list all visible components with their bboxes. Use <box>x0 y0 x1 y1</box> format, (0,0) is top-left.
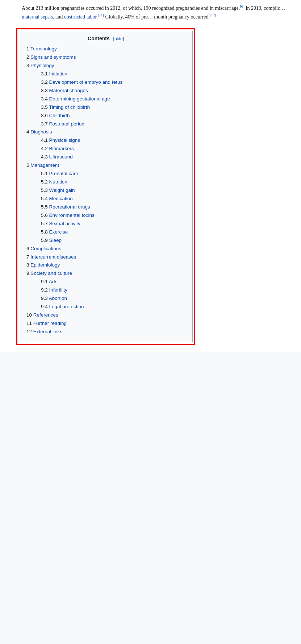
ref-12[interactable]: [12] <box>210 13 216 17</box>
toc-number: 2 <box>26 54 30 60</box>
toc-link-7[interactable]: 7 Intercurrent diseases <box>26 254 76 260</box>
toc-link-9-4[interactable]: 9.4 Legal protection <box>41 304 84 309</box>
toc-number: 5.7 <box>41 221 49 226</box>
toc-item: 10 References <box>26 311 185 319</box>
toc-number: 5.1 <box>41 171 49 176</box>
toc-label: Medication <box>49 196 73 201</box>
toc-item: 5.9 Sleep <box>26 236 185 245</box>
toc-link-3-4[interactable]: 3.4 Determining gestational age <box>41 96 110 102</box>
toc-link-4-3[interactable]: 4.3 Ultrasound <box>41 154 73 160</box>
toc-link-5-8[interactable]: 5.8 Exercise <box>41 229 68 235</box>
toc-number: 5.2 <box>41 179 49 185</box>
toc-item: 11 Further reading <box>26 319 185 328</box>
toc-number: 4.2 <box>41 146 49 151</box>
toc-item: 4.3 Ultrasound <box>26 153 185 161</box>
toc-link-8[interactable]: 8 Epidemiology <box>26 262 60 268</box>
toc-label: Legal protection <box>49 304 84 309</box>
toc-number: 12 <box>26 329 33 334</box>
toc-link-5[interactable]: 5 Management <box>26 162 59 168</box>
toc-number: 5.4 <box>41 196 49 201</box>
toc-link-12[interactable]: 12 External links <box>26 329 62 334</box>
toc-label: Physiology <box>30 63 54 68</box>
toc-item: 3.5 Timing of childbirth <box>26 103 185 112</box>
toc-item: 3 Physiology <box>26 62 185 70</box>
toc-item: 1 Terminology <box>26 45 185 53</box>
toc-item: 9.1 Arts <box>26 278 185 286</box>
toc-label: Nutrition <box>49 179 67 185</box>
toc-number: 5.6 <box>41 212 49 218</box>
toc-number: 3.3 <box>41 88 49 93</box>
toc-link-5-3[interactable]: 5.3 Weight gain <box>41 187 75 193</box>
toc-item: 5.5 Recreational drugs <box>26 203 185 211</box>
toc-label: Sexual activity <box>49 221 80 226</box>
toc-link-1[interactable]: 1 Terminology <box>26 46 57 51</box>
toc-link-3-7[interactable]: 3.7 Postnatal period <box>41 121 84 127</box>
toc-number: 9.3 <box>41 296 49 301</box>
toc-link-10[interactable]: 10 References <box>26 312 58 318</box>
toc-link-5-4[interactable]: 5.4 Medication <box>41 196 73 201</box>
toc-number: 7 <box>26 254 30 260</box>
toc-link-4-2[interactable]: 4.2 Biomarkers <box>41 146 74 151</box>
toc-label: Diagnosis <box>30 129 52 135</box>
toc-label: Development of embryo and fetus <box>49 79 123 85</box>
toc-item: 4 Diagnosis <box>26 128 185 136</box>
toc-hide-button[interactable]: [hide] <box>113 36 124 41</box>
ref-6[interactable]: [6] <box>240 4 244 8</box>
toc-number: 3.5 <box>41 104 49 110</box>
toc-number: 9 <box>26 271 30 276</box>
toc-link-3-1[interactable]: 3.1 Initiation <box>41 71 67 77</box>
toc-number: 5.3 <box>41 187 49 193</box>
toc-label: Exercise <box>49 229 68 235</box>
toc-label: Arts <box>49 279 58 284</box>
toc-label: Recreational drugs <box>49 204 90 210</box>
toc-number: 3.7 <box>41 121 49 127</box>
toc-label: Timing of childbirth <box>49 104 90 110</box>
toc-link-3-5[interactable]: 3.5 Timing of childbirth <box>41 104 90 110</box>
toc-link-5-6[interactable]: 5.6 Environmental toxins <box>41 212 95 218</box>
toc-item: 4.2 Biomarkers <box>26 145 185 153</box>
toc-link-3-2[interactable]: 3.2 Development of embryo and fetus <box>41 79 122 85</box>
toc-number: 11 <box>26 321 33 326</box>
toc-item: 5.2 Nutrition <box>26 178 185 186</box>
toc-label: Signs and symptoms <box>30 54 76 60</box>
toc-number: 3.1 <box>41 71 49 77</box>
toc-link-11[interactable]: 11 Further reading <box>26 321 67 326</box>
toc-label: Ultrasound <box>49 154 73 160</box>
toc-link-9-3[interactable]: 9.3 Abortion <box>41 296 67 301</box>
toc-label: Intercurrent diseases <box>30 254 76 260</box>
toc-number: 1 <box>26 46 30 51</box>
toc-link-9-2[interactable]: 9.2 Infertility <box>41 287 67 293</box>
toc-item: 5 Management <box>26 161 185 170</box>
toc-title-text: Contents <box>88 36 110 41</box>
toc-link-2[interactable]: 2 Signs and symptoms <box>26 54 76 60</box>
table-of-contents: Contents [hide] 1 Terminology2 Signs and… <box>19 31 193 342</box>
toc-number: 4 <box>26 129 30 135</box>
toc-link-5-9[interactable]: 5.9 Sleep <box>41 238 62 243</box>
toc-link-4[interactable]: 4 Diagnosis <box>26 129 52 135</box>
toc-number: 5.9 <box>41 238 49 243</box>
toc-link-6[interactable]: 6 Complications <box>26 246 61 251</box>
toc-item: 3.4 Determining gestational age <box>26 95 185 103</box>
ref-11[interactable]: [11] <box>98 13 104 17</box>
toc-link-3-3[interactable]: 3.3 Maternal changes <box>41 88 88 93</box>
toc-label: Sleep <box>49 238 62 243</box>
toc-link-3[interactable]: 3 Physiology <box>26 63 54 68</box>
toc-link-9-1[interactable]: 9.1 Arts <box>41 279 58 284</box>
toc-link-5-2[interactable]: 5.2 Nutrition <box>41 179 67 185</box>
toc-item: 5.4 Medication <box>26 195 185 203</box>
maternal-sepsis-link[interactable]: maternal sepsis <box>22 14 53 20</box>
toc-link-5-1[interactable]: 5.1 Prenatal care <box>41 171 78 176</box>
toc-number: 10 <box>26 312 33 318</box>
toc-item: 7 Intercurrent diseases <box>26 253 185 261</box>
toc-number: 6 <box>26 246 30 251</box>
toc-item: 2 Signs and symptoms <box>26 53 185 62</box>
toc-link-5-5[interactable]: 5.5 Recreational drugs <box>41 204 90 210</box>
toc-link-3-6[interactable]: 3.6 Childbirth <box>41 113 70 118</box>
obstructed-labor-link[interactable]: obstructed labor <box>64 14 97 20</box>
toc-link-5-7[interactable]: 5.7 Sexual activity <box>41 221 80 226</box>
toc-red-border: Contents [hide] 1 Terminology2 Signs and… <box>16 28 195 345</box>
toc-number: 3.6 <box>41 113 49 118</box>
toc-link-9[interactable]: 9 Society and culture <box>26 271 72 276</box>
toc-label: Maternal changes <box>49 88 88 93</box>
toc-link-4-1[interactable]: 4.1 Physical signs <box>41 137 80 143</box>
